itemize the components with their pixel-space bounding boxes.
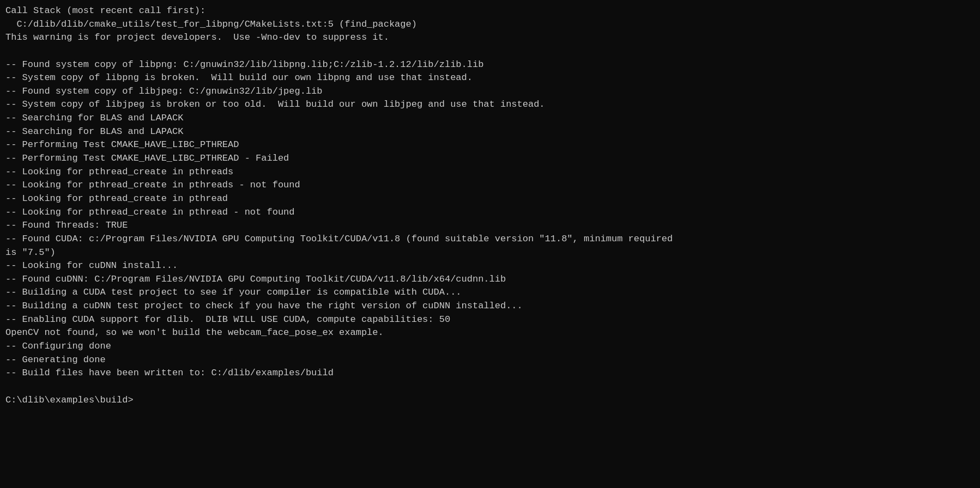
terminal-output: Call Stack (most recent call first): C:/… <box>5 4 975 407</box>
terminal-line: -- Found cuDNN: C:/Program Files/NVIDIA … <box>5 273 975 286</box>
terminal-line: -- Performing Test CMAKE_HAVE_LIBC_PTHRE… <box>5 138 975 152</box>
terminal-line <box>5 45 975 58</box>
terminal-line: is "7.5") <box>5 246 975 260</box>
terminal-line: -- Configuring done <box>5 340 975 353</box>
terminal-line: -- Looking for pthread_create in pthread… <box>5 206 975 219</box>
terminal-line: -- Enabling CUDA support for dlib. DLIB … <box>5 313 975 327</box>
terminal-line: -- Generating done <box>5 353 975 367</box>
terminal-line: -- Performing Test CMAKE_HAVE_LIBC_PTHRE… <box>5 152 975 166</box>
terminal-line: -- Found Threads: TRUE <box>5 219 975 233</box>
terminal-line <box>5 380 975 394</box>
terminal-line: -- Searching for BLAS and LAPACK <box>5 112 975 125</box>
terminal-line: -- Found system copy of libpng: C:/gnuwi… <box>5 58 975 72</box>
terminal-line: This warning is for project developers. … <box>5 31 975 45</box>
terminal-line: -- Searching for BLAS and LAPACK <box>5 125 975 139</box>
terminal-line: -- Found system copy of libjpeg: C:/gnuw… <box>5 85 975 99</box>
terminal-line: -- Building a cuDNN test project to chec… <box>5 300 975 313</box>
terminal-line: -- Looking for pthread_create in pthread… <box>5 166 975 179</box>
terminal-line: -- Looking for pthread_create in pthread… <box>5 179 975 192</box>
terminal-line: Call Stack (most recent call first): <box>5 4 975 18</box>
terminal-line: -- Looking for cuDNN install... <box>5 259 975 273</box>
terminal-line: C:\dlib\examples\build> <box>5 394 975 407</box>
terminal-line: -- Build files have been written to: C:/… <box>5 367 975 380</box>
terminal-line: -- System copy of libjpeg is broken or t… <box>5 98 975 112</box>
terminal-line: C:/dlib/dlib/cmake_utils/test_for_libpng… <box>5 18 975 32</box>
terminal-line: -- Building a CUDA test project to see i… <box>5 286 975 300</box>
terminal-line: -- System copy of libpng is broken. Will… <box>5 71 975 85</box>
terminal-line: OpenCV not found, so we won't build the … <box>5 326 975 340</box>
terminal-line: -- Looking for pthread_create in pthread <box>5 192 975 206</box>
terminal-line: -- Found CUDA: c:/Program Files/NVIDIA G… <box>5 233 975 246</box>
